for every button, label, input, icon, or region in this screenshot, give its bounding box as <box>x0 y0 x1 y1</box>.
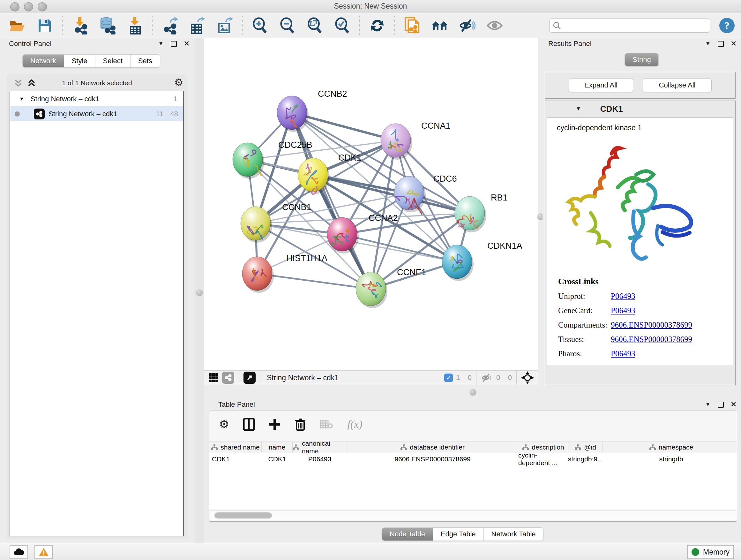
zoom-in-button[interactable] <box>252 17 268 34</box>
fit-selected-crosshair-icon[interactable] <box>521 371 534 384</box>
column-header[interactable]: name <box>262 442 293 453</box>
tab-string[interactable]: String <box>625 53 658 66</box>
network-node-ccna1[interactable]: CCNA1 <box>381 121 451 160</box>
tab-edge-table[interactable]: Edge Table <box>433 528 483 541</box>
column-header[interactable]: namespace <box>603 442 737 453</box>
float-panel-icon[interactable] <box>718 41 724 47</box>
open-session-button[interactable] <box>9 17 25 34</box>
crosslink-row: Compartments: 9606.ENSP00000378699 <box>558 320 692 329</box>
export-network-icon <box>161 17 178 35</box>
save-session-button[interactable] <box>37 17 53 34</box>
search-input[interactable] <box>561 22 707 30</box>
import-network-database-button[interactable] <box>99 17 116 34</box>
network-node-rb1[interactable]: RB1 <box>455 193 508 233</box>
delete-column-trash-icon[interactable] <box>295 418 306 431</box>
close-panel-icon[interactable]: ✕ <box>731 40 737 47</box>
network-edge[interactable] <box>257 273 371 289</box>
crosslink-compartments[interactable]: 9606.ENSP00000378699 <box>611 320 692 329</box>
zoom-out-icon <box>279 17 295 34</box>
cell-description[interactable]: cyclin-dependent ... <box>518 453 568 465</box>
table-options-gear-icon[interactable]: ⚙ <box>219 419 229 430</box>
export-image-button[interactable] <box>216 17 233 34</box>
table-row[interactable]: CDK1 CDK1 P06493 9606.ENSP00000378699 cy… <box>209 453 737 465</box>
cell-shared-name[interactable]: CDK1 <box>209 453 262 465</box>
network-graph[interactable]: CCNB2CCNA1CDC25BCDK1CDC6RB1CCNB1CCNA2CDK… <box>204 38 538 370</box>
warnings-button[interactable] <box>35 545 53 559</box>
column-header[interactable]: database identifier <box>347 442 518 453</box>
tab-network[interactable]: Network <box>23 55 64 67</box>
show-columns-icon[interactable] <box>243 418 255 431</box>
panel-splitter-vertical[interactable] <box>538 38 542 385</box>
cloud-status-button[interactable] <box>10 545 28 559</box>
memory-status-button[interactable]: Memory <box>687 545 734 559</box>
horizontal-scrollbar[interactable] <box>210 510 736 520</box>
cell-canonical-name[interactable]: P06493 <box>293 453 347 465</box>
expand-all-button[interactable]: Expand All <box>569 78 633 92</box>
table-panel-tabs: Node Table Edge Table Network Table <box>382 527 544 541</box>
tab-sets[interactable]: Sets <box>130 55 160 67</box>
crosslink-uniprot[interactable]: P06493 <box>611 292 635 301</box>
cell-name[interactable]: CDK1 <box>262 453 293 465</box>
tab-select[interactable]: Select <box>95 55 130 67</box>
network-options-gear-icon[interactable]: ⚙ <box>174 77 184 87</box>
crosslink-pharos[interactable]: P06493 <box>611 349 635 358</box>
column-header[interactable]: canonical name <box>293 442 347 453</box>
export-network-button[interactable] <box>161 17 178 34</box>
tab-network-table[interactable]: Network Table <box>483 528 543 541</box>
add-column-icon[interactable] <box>269 418 281 430</box>
show-all-button[interactable] <box>486 17 503 34</box>
search-box[interactable] <box>549 18 711 33</box>
hide-selected-button[interactable] <box>459 17 475 34</box>
warning-icon <box>39 548 49 557</box>
panel-menu-icon[interactable]: ▼ <box>705 401 711 408</box>
float-panel-icon[interactable] <box>171 41 177 47</box>
network-canvas[interactable]: CCNB2CCNA1CDC25BCDK1CDC6RB1CCNB1CCNA2CDK… <box>204 38 538 370</box>
entry-collapse-icon[interactable]: ▼ <box>576 106 581 112</box>
hidden-items-eye-slash-icon[interactable] <box>481 373 493 382</box>
first-neighbors-button[interactable] <box>431 17 448 34</box>
crosslink-tissues[interactable]: 9606.ENSP00000378699 <box>611 335 692 344</box>
open-in-window-icon[interactable] <box>244 372 256 384</box>
collection-expand-icon[interactable]: ▼ <box>19 96 24 102</box>
zoom-fit-button[interactable] <box>307 17 323 34</box>
network-row-selected[interactable]: String Network – cdk1 11 48 <box>10 106 183 121</box>
cell-namespace[interactable]: stringdb <box>603 453 737 465</box>
splitter-handle[interactable] <box>469 389 476 396</box>
network-collection-row[interactable]: ▼ String Network – cdk1 1 <box>10 91 183 106</box>
column-header[interactable]: shared name <box>209 442 262 453</box>
close-panel-icon[interactable]: ✕ <box>184 40 190 47</box>
splitter-handle[interactable] <box>196 289 203 296</box>
panel-splitter-vertical[interactable] <box>194 38 204 543</box>
node-entry-header[interactable]: ▼ CDK1 <box>545 101 735 117</box>
column-header[interactable]: @id <box>568 442 603 453</box>
collapse-all-button[interactable]: Collapse All <box>643 78 712 92</box>
cell-database-identifier[interactable]: 9606.ENSP00000378699 <box>347 453 518 465</box>
selected-items-checkbox-icon[interactable]: ✓ <box>444 374 453 382</box>
cell-id[interactable]: stringdb:9... <box>568 453 603 465</box>
birds-eye-view-icon[interactable] <box>207 372 219 384</box>
panel-menu-icon[interactable]: ▼ <box>705 41 711 47</box>
network-type-chip-icon[interactable] <box>222 372 234 384</box>
memory-label: Memory <box>703 548 730 557</box>
close-panel-icon[interactable]: ✕ <box>731 401 737 408</box>
network-node-cdk1[interactable]: CDK1 <box>298 153 361 194</box>
zoom-selected-button[interactable] <box>334 17 350 34</box>
import-network-file-button[interactable] <box>71 17 88 34</box>
panel-menu-icon[interactable]: ▼ <box>158 41 164 47</box>
tab-node-table[interactable]: Node Table <box>382 528 433 541</box>
node-label: CCNB1 <box>282 202 312 212</box>
import-table-button[interactable] <box>126 17 143 34</box>
node-label: HIST1H1A <box>286 253 327 263</box>
export-table-button[interactable] <box>189 17 205 34</box>
scrollbar-thumb[interactable] <box>214 512 272 518</box>
network-node-hist1h1a[interactable]: HIST1H1A <box>242 253 327 293</box>
help-button[interactable]: ? <box>719 18 735 33</box>
network-node-cdkn1a[interactable]: CDKN1A <box>442 241 522 281</box>
zoom-out-button[interactable] <box>279 17 295 34</box>
window-title: Session: New Session <box>0 2 741 10</box>
copy-network-style-button[interactable] <box>404 17 421 34</box>
float-panel-icon[interactable] <box>718 401 724 408</box>
refresh-button[interactable] <box>369 17 386 34</box>
crosslink-genecard[interactable]: P06493 <box>611 306 635 315</box>
tab-style[interactable]: Style <box>64 55 95 67</box>
